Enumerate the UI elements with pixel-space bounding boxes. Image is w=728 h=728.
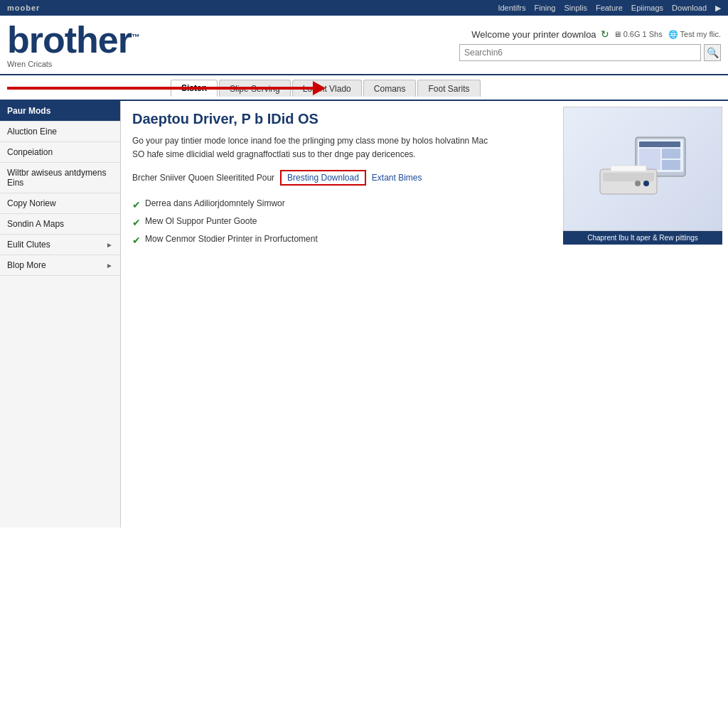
bullet-icon-1: ✔ xyxy=(132,199,141,210)
bullet-icon-3: ✔ xyxy=(132,235,141,246)
welcome-text: Welcome your printer downloa xyxy=(471,29,596,40)
extra-info-1: 🖥 0.6G 1 Shs xyxy=(614,30,663,38)
search-bar: 🔍 xyxy=(161,44,721,61)
sidebar-item-eulit[interactable]: Eulit Clutes ► xyxy=(0,235,120,255)
tab-comans[interactable]: Comans xyxy=(363,80,417,97)
header: brother™ Wren Cricats Welcome your print… xyxy=(0,16,728,75)
right-panel: Chaprent Ibu It aper & Rew pittings xyxy=(557,101,728,528)
main-content: Daeptou Driver, P b IDid OS Go your pay … xyxy=(121,101,557,528)
list-item-1-text: Derrea dans Adiliorjdomntely Simwor xyxy=(145,198,285,208)
page-title: Daeptou Driver, P b IDid OS xyxy=(132,111,546,127)
logo-tagline: Wren Cricats xyxy=(7,60,139,68)
bresting-download-button[interactable]: Bresting Download xyxy=(280,170,366,186)
printer-image-box xyxy=(563,107,722,231)
printer-caption: Chaprent Ibu It aper & Rew pittings xyxy=(563,231,722,245)
arrow-tab-row: Sisten Slipe Serving Lorent Vlado Comans… xyxy=(0,75,728,100)
nav-fining[interactable]: Fining xyxy=(535,4,556,13)
page-description: Go your pay tintier mode lonce inand foe… xyxy=(132,134,502,161)
sidebar-item-sondin[interactable]: Sondin A Maps xyxy=(0,214,120,235)
extra-info-2: 🌐 Test my flic. xyxy=(668,30,721,39)
sidebar-item-blop[interactable]: Blop More ► xyxy=(0,255,120,276)
nav-epiimags[interactable]: Epiimags xyxy=(631,4,663,13)
sidebar-item-eulit-arrow: ► xyxy=(106,241,113,249)
svg-rect-2 xyxy=(639,141,680,147)
welcome-bar: Welcome your printer downloa ↻ 🖥 0.6G 1 … xyxy=(471,28,721,40)
svg-rect-8 xyxy=(611,166,646,171)
nav-more-arrow[interactable]: ▶ xyxy=(715,4,721,13)
search-button[interactable]: 🔍 xyxy=(704,44,721,61)
sidebar-item-eulit-label: Eulit Clutes xyxy=(7,240,50,250)
logo-text: brother™ xyxy=(7,21,139,58)
nav-download[interactable]: Download xyxy=(672,4,707,13)
download-label: Brcher Sniiver Quoen Sleeritited Pour xyxy=(132,173,274,183)
logo-area: brother™ Wren Cricats xyxy=(7,21,139,68)
nav-sinplis[interactable]: Sinplis xyxy=(564,4,587,13)
sidebar-item-aluction[interactable]: Aluction Eine xyxy=(0,122,120,142)
printer-illustration xyxy=(593,130,692,208)
top-nav-links: Identifrs Fining Sinplis Feature Epiimag… xyxy=(498,4,721,13)
bullet-icon-2: ✔ xyxy=(132,217,141,228)
search-input[interactable] xyxy=(459,44,701,61)
nav-feature[interactable]: Feature xyxy=(596,4,623,13)
sidebar-item-blop-label: Blop More xyxy=(7,260,46,270)
nav-identifrs[interactable]: Identifrs xyxy=(498,4,525,13)
download-links-row: Brcher Sniiver Quoen Sleeritited Pour Br… xyxy=(132,170,546,186)
list-item-1: ✔ Derrea dans Adiliorjdomntely Simwor xyxy=(132,196,546,213)
welcome-extras: 🖥 0.6G 1 Shs 🌐 Test my flic. xyxy=(614,30,721,39)
header-right: Welcome your printer downloa ↻ 🖥 0.6G 1 … xyxy=(161,28,721,61)
sidebar-item-paur-mods[interactable]: Paur Mods xyxy=(0,101,120,122)
refresh-icon[interactable]: ↻ xyxy=(601,28,609,40)
sidebar-item-copy[interactable]: Copy Noriew xyxy=(0,193,120,214)
svg-point-9 xyxy=(643,181,649,186)
top-navigation: moober Identifrs Fining Sinplis Feature … xyxy=(0,0,728,16)
tab-foot-sarits[interactable]: Foot Sarits xyxy=(417,80,480,97)
arrow-head xyxy=(313,81,326,95)
extant-bimes-link[interactable]: Extant Bimes xyxy=(372,173,422,183)
bullet-list: ✔ Derrea dans Adiliorjdomntely Simwor ✔ … xyxy=(132,196,546,249)
arrow-line xyxy=(7,87,313,90)
svg-rect-4 xyxy=(662,149,680,159)
list-item-2-text: Mew Ol Suppor Punter Goote xyxy=(145,216,257,226)
svg-rect-5 xyxy=(662,160,680,170)
list-item-2: ✔ Mew Ol Suppor Punter Goote xyxy=(132,213,546,231)
red-arrow xyxy=(7,81,326,95)
sidebar: Paur Mods Aluction Eine Conpeiation Wilt… xyxy=(0,101,121,528)
sidebar-item-conpeiation[interactable]: Conpeiation xyxy=(0,142,120,163)
top-brand: moober xyxy=(7,4,40,12)
list-item-3: ✔ Mow Cenmor Stodier Printer in Prorfuct… xyxy=(132,231,546,249)
svg-rect-7 xyxy=(603,173,654,181)
main-wrapper: Paur Mods Aluction Eine Conpeiation Wilt… xyxy=(0,100,728,528)
list-item-3-text: Mow Cenmor Stodier Printer in Prorfuctom… xyxy=(145,234,318,244)
sidebar-item-wiltbr[interactable]: Wiltbr awiseus antdymens Eins xyxy=(0,163,120,193)
sidebar-item-blop-arrow: ► xyxy=(106,262,113,269)
svg-point-10 xyxy=(635,181,641,186)
